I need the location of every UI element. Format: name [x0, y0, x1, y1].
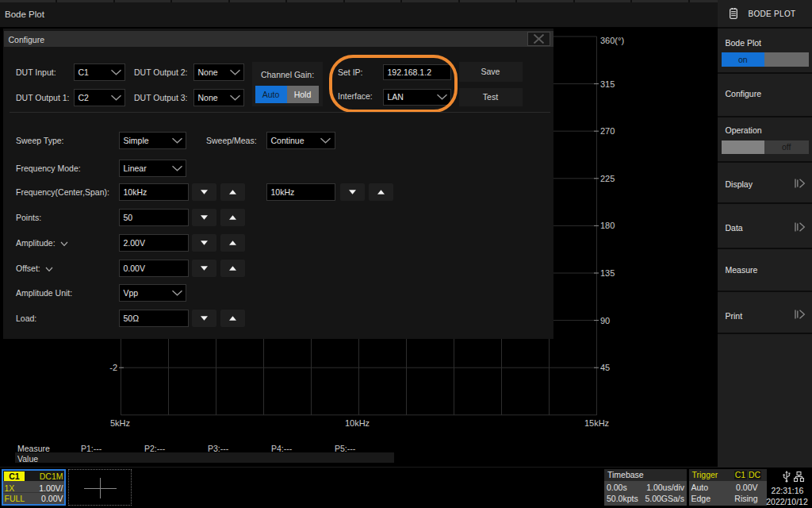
svg-text:135: 135: [600, 268, 615, 278]
svg-text:5kHz: 5kHz: [110, 418, 130, 428]
svg-text:270: 270: [600, 126, 615, 136]
svg-text:-2: -2: [109, 363, 117, 372]
svg-text:45: 45: [600, 363, 610, 372]
svg-text:10kHz: 10kHz: [345, 418, 370, 428]
svg-text:180: 180: [600, 221, 615, 230]
svg-text:315: 315: [600, 79, 615, 89]
svg-text:15kHz: 15kHz: [584, 418, 609, 428]
svg-text:90: 90: [600, 316, 610, 325]
svg-text:225: 225: [600, 174, 615, 183]
svg-text:360(°): 360(°): [600, 36, 624, 45]
